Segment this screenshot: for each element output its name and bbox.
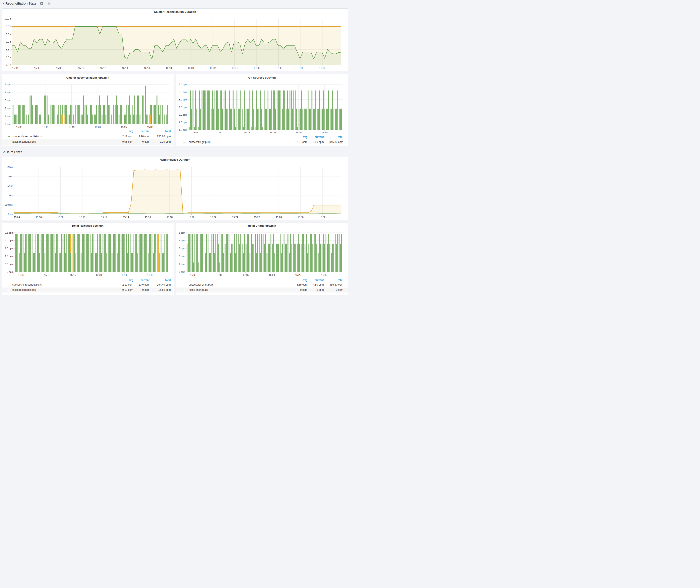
svg-text:0 opm: 0 opm [7,271,13,273]
svg-text:15:16: 15:16 [144,66,150,69]
svg-text:2.5 opm: 2.5 opm [5,231,13,234]
svg-text:1.5 opm: 1.5 opm [179,121,187,124]
svg-text:15:05: 15:05 [190,274,196,276]
svg-text:15:22: 15:22 [210,66,216,69]
svg-text:15:30: 15:30 [321,131,327,134]
svg-text:3 opm: 3 opm [5,99,11,102]
svg-text:15:25: 15:25 [295,131,302,134]
svg-text:15:20: 15:20 [95,126,101,128]
svg-text:15:15: 15:15 [70,274,76,276]
svg-text:15:04: 15:04 [12,66,18,69]
svg-text:15:08: 15:08 [56,66,62,69]
svg-text:9.5 s: 9.5 s [6,33,11,35]
svg-text:3 opm: 3 opm [179,247,185,250]
svg-text:1.0 opm: 1.0 opm [179,129,187,131]
svg-text:15:24: 15:24 [232,216,238,218]
svg-text:1.5 opm: 1.5 opm [5,247,13,250]
svg-text:15:10: 15:10 [42,126,48,128]
svg-text:15:10: 15:10 [216,274,222,276]
svg-text:15:26: 15:26 [253,66,260,69]
svg-text:2.5 s: 2.5 s [7,166,13,168]
svg-text:15:20: 15:20 [188,216,194,218]
svg-text:15:20: 15:20 [188,66,194,69]
svg-text:15:14: 15:14 [123,216,129,218]
svg-text:2.5 opm: 2.5 opm [179,106,187,108]
svg-text:15:26: 15:26 [254,216,260,218]
svg-text:1 opm: 1 opm [179,263,185,265]
svg-text:2 opm: 2 opm [179,255,185,257]
svg-text:15:06: 15:06 [34,66,40,69]
svg-text:15:05: 15:05 [16,126,22,128]
svg-text:0 ns: 0 ns [8,213,13,215]
svg-text:2.0 opm: 2.0 opm [5,239,13,242]
svg-text:2.0 opm: 2.0 opm [179,113,187,116]
svg-text:15:18: 15:18 [166,66,172,69]
svg-text:15:12: 15:12 [100,66,106,69]
svg-text:15:32: 15:32 [319,66,325,69]
svg-text:0 opm: 0 opm [5,123,11,125]
svg-text:500 ms: 500 ms [5,204,13,206]
svg-text:15:08: 15:08 [57,216,63,218]
svg-text:8.5 s: 8.5 s [6,48,11,51]
svg-text:15:15: 15:15 [68,126,74,128]
svg-text:15:15: 15:15 [243,274,249,276]
svg-text:1 opm: 1 opm [5,115,11,117]
svg-text:5 opm: 5 opm [5,83,11,86]
svg-text:15:20: 15:20 [270,131,276,134]
svg-text:15:05: 15:05 [18,274,24,276]
svg-text:15:20: 15:20 [269,274,275,276]
svg-text:15:32: 15:32 [319,216,325,218]
svg-text:15:25: 15:25 [121,126,127,128]
svg-text:10.5 s: 10.5 s [4,17,11,20]
svg-text:15:28: 15:28 [275,66,281,69]
svg-text:0 opm: 0 opm [179,271,185,273]
svg-text:1.0 s: 1.0 s [7,194,13,197]
svg-text:0.5 opm: 0.5 opm [5,263,13,265]
svg-text:15:16: 15:16 [145,216,151,218]
svg-text:15:28: 15:28 [276,216,282,218]
svg-text:15:10: 15:10 [218,131,224,134]
svg-text:1.5 s: 1.5 s [7,184,13,187]
svg-text:15:22: 15:22 [210,216,216,218]
svg-text:15:10: 15:10 [79,216,85,218]
svg-text:4.0 opm: 4.0 opm [179,83,187,86]
svg-text:2.0 s: 2.0 s [7,175,13,178]
svg-text:3.5 opm: 3.5 opm [179,91,187,93]
svg-text:15:14: 15:14 [122,66,128,69]
svg-text:15:25: 15:25 [295,274,301,276]
svg-text:15:20: 15:20 [96,274,102,276]
svg-text:8.0 s: 8.0 s [6,56,11,58]
svg-text:15:30: 15:30 [297,66,303,69]
svg-text:15:30: 15:30 [147,274,153,276]
svg-text:4 opm: 4 opm [179,239,185,242]
svg-text:15:24: 15:24 [232,66,238,69]
svg-text:9.0 s: 9.0 s [6,40,11,43]
svg-text:15:10: 15:10 [44,274,50,276]
svg-text:15:18: 15:18 [166,216,173,218]
svg-text:10.0 s: 10.0 s [4,25,11,28]
svg-text:15:30: 15:30 [147,126,153,128]
svg-text:15:06: 15:06 [35,216,42,218]
svg-text:4 opm: 4 opm [5,91,11,94]
svg-text:15:30: 15:30 [297,216,303,218]
svg-text:15:05: 15:05 [192,131,198,134]
svg-text:15:30: 15:30 [321,274,327,276]
svg-text:15:25: 15:25 [121,274,127,276]
svg-text:1.0 opm: 1.0 opm [5,255,13,257]
svg-text:7.5 s: 7.5 s [6,64,11,66]
svg-text:3.0 opm: 3.0 opm [179,98,187,101]
svg-text:15:04: 15:04 [14,216,20,218]
svg-text:15:15: 15:15 [244,131,250,134]
svg-text:15:10: 15:10 [78,66,84,69]
svg-text:5 opm: 5 opm [179,231,185,234]
svg-text:2 opm: 2 opm [5,107,11,110]
svg-text:15:12: 15:12 [101,216,107,218]
